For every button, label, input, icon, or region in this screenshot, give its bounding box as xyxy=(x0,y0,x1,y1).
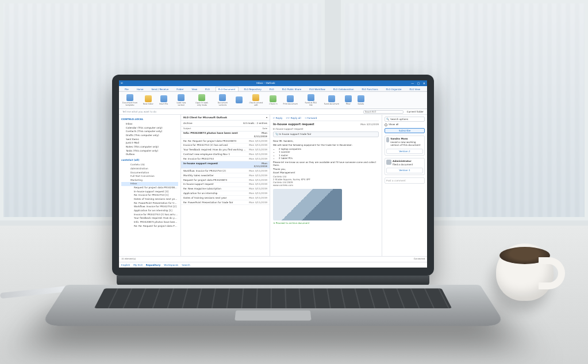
ribbon-tab[interactable]: ELO xyxy=(203,87,212,91)
mailbox-root[interactable]: CONTELO.LOCAL xyxy=(121,118,178,121)
ribbon-tab[interactable]: File xyxy=(122,87,131,91)
elo-file[interactable]: Re: Re: Request for project data PR34208… xyxy=(121,224,178,228)
tell-me[interactable]: Tell me what you want to do xyxy=(122,110,156,113)
bottom-tab[interactable]: Search xyxy=(182,264,190,266)
ribbon-command[interactable]: Load new version xyxy=(174,94,189,107)
avatar xyxy=(386,137,389,142)
nav-folder[interactable]: Inbox xyxy=(121,122,178,126)
elo-file[interactable]: Your feedback required: How do you find … xyxy=(121,216,178,220)
ribbon-tab[interactable]: Folder xyxy=(174,87,186,91)
elo-folder[interactable]: Administration xyxy=(121,166,178,171)
elo-folder[interactable]: Contelo Ltd. xyxy=(121,163,178,167)
mail-row[interactable]: Dates of training sessions next yearMon … xyxy=(181,196,270,200)
bottom-tab[interactable]: Workspaces xyxy=(164,264,178,266)
elo-file[interactable]: Application for an internship [1] xyxy=(121,208,178,212)
elo-folder[interactable]: Marketing xyxy=(121,178,178,182)
ribbon-tab[interactable]: ELO Collaboration xyxy=(331,87,356,91)
mail-row[interactable]: Contract new employee starting Nov 1Mon … xyxy=(181,152,270,157)
nav-folder[interactable]: Notes (This computer only) xyxy=(121,145,178,149)
ribbon-command[interactable]: Filter xyxy=(345,95,352,105)
ribbon-tab[interactable]: ELO Organize xyxy=(384,87,404,91)
mail-row[interactable]: Invoice for PR342753 (2) has arrivedMon … xyxy=(181,144,270,148)
ribbon-tab[interactable]: View xyxy=(190,87,200,91)
ribbon-command[interactable]: Open in read-only mode xyxy=(194,94,209,107)
ribbon-command[interactable]: Document versions xyxy=(215,94,230,107)
column-headers[interactable]: Subject Date xyxy=(181,127,270,131)
elo-file[interactable]: Invoice for PR342753 (2) has arrived [1] xyxy=(121,212,178,216)
version-badge[interactable]: Version 2 xyxy=(386,149,423,154)
attachment-chip[interactable]: 📎 In-house support trade fair xyxy=(273,131,379,137)
archive-link[interactable]: ➔ Proceed to archive document xyxy=(273,222,379,224)
forward-button[interactable]: → Forward xyxy=(305,117,317,119)
mail-row[interactable]: Re: New magazine subscriptionMon 3/11/20… xyxy=(181,187,270,192)
elo-folder[interactable]: Full Text Conversion xyxy=(121,175,178,179)
ribbon-command[interactable]: Check out and edit xyxy=(248,94,263,107)
mail-row[interactable]: Re: PowerPoint Presentation for trade fa… xyxy=(181,200,270,205)
ribbon-tab[interactable]: ELO Functions xyxy=(359,87,380,91)
elo-root[interactable]: contelo2 (all) xyxy=(121,158,178,161)
col-subject[interactable]: Subject xyxy=(183,127,248,130)
show-all-checkbox[interactable]: Show all xyxy=(385,123,425,126)
version-badge[interactable]: Version 1 xyxy=(386,168,423,173)
mail-row[interactable]: Your feedback required: How do you find … xyxy=(181,148,270,153)
ribbon-command[interactable]: Document from template xyxy=(122,94,137,107)
ribbon-tab[interactable]: ELO Repository xyxy=(242,87,264,91)
mail-row[interactable]: Workflow: Invoice for PR342753 (2)Mon 3/… xyxy=(181,169,270,173)
elo-file[interactable]: Re: PowerPoint Presentation for trade fa… xyxy=(121,201,178,205)
nav-folder[interactable]: Contacts (This computer only) xyxy=(121,130,178,134)
elo-file[interactable]: Request for project data PR3420873 [1] xyxy=(121,186,178,190)
elo-file[interactable]: Workflow: Invoice for PR342753 [2] xyxy=(121,205,178,209)
search-input[interactable] xyxy=(363,110,403,114)
col-date[interactable]: Date xyxy=(248,127,267,130)
reply-button[interactable]: ↩ Reply xyxy=(273,117,282,119)
mail-row[interactable]: Request for project data PR3420873Mon 3/… xyxy=(181,178,270,183)
ribbon-command[interactable]: Print document xyxy=(283,95,298,105)
mail-row[interactable]: In-house support requestMon 3/11/2019 xyxy=(181,161,270,169)
nav-folder[interactable]: Tasks (This computer only) xyxy=(121,149,178,153)
search-scope[interactable]: Current folder xyxy=(407,110,424,113)
ribbon-tab[interactable]: ELO View xyxy=(408,87,423,91)
ribbon-tab[interactable]: Send / Receive xyxy=(149,87,171,91)
elo-file[interactable]: Info: PR3420873 photos have been sent [2… xyxy=(121,220,178,224)
nav-folder[interactable]: Drafts (This computer only) xyxy=(121,133,178,137)
nav-folder[interactable]: Junk E-Mail xyxy=(121,141,178,145)
elo-folder[interactable]: Inbox xyxy=(121,182,178,186)
close-button[interactable]: ✕ xyxy=(423,82,425,85)
maximize-button[interactable]: ▢ xyxy=(417,82,420,85)
nav-folder[interactable]: Outbox xyxy=(121,153,178,157)
elo-file[interactable]: Re: Invoice for PR342753 [1] xyxy=(121,193,178,198)
ribbon-command[interactable] xyxy=(236,96,243,104)
nav-folder[interactable]: Sent Items xyxy=(121,137,178,141)
mail-row[interactable]: Application for an internshipMon 3/11/20… xyxy=(181,191,270,196)
minimize-button[interactable]: — xyxy=(411,82,414,85)
elo-file[interactable]: In-house support request [3] xyxy=(121,189,178,193)
ribbon-tab[interactable]: ELO Public Share xyxy=(280,87,304,91)
ribbon-command[interactable]: Check in xyxy=(269,95,277,105)
ribbon-command[interactable]: Delete xyxy=(358,95,364,105)
comment-box[interactable]: Post a comment xyxy=(385,177,425,184)
ribbon-command[interactable]: New folder xyxy=(143,95,153,105)
ribbon-tab[interactable]: ELO Workflow xyxy=(307,87,327,91)
bottom-tab[interactable]: Repository xyxy=(146,264,161,266)
ribbon-tab[interactable]: ELO Document xyxy=(216,87,239,91)
ribbon-tab[interactable]: Home xyxy=(134,87,146,91)
elo-folder[interactable]: Documentation xyxy=(121,171,178,175)
mail-row[interactable]: In-house support requestMon 3/11/2019 xyxy=(181,183,270,187)
ribbon-command[interactable]: Insert file xyxy=(159,95,168,105)
mail-row[interactable]: Re: Re: Request for project data PR34208… xyxy=(181,139,270,144)
keyboard xyxy=(94,288,452,308)
bottom-tab[interactable]: My ELO xyxy=(133,264,143,266)
elo-file[interactable]: Dates of training sessions next year [1] xyxy=(121,197,178,201)
mail-row[interactable]: Monthly Sales newsletterMon 3/11/2019 xyxy=(181,173,270,178)
ribbon-tab[interactable]: ELO xyxy=(267,87,276,91)
mail-row[interactable]: Re: Invoice for PR342753Mon 3/11/2019 xyxy=(181,157,270,161)
reply-all-button[interactable]: ↩↩ Reply all xyxy=(286,117,301,119)
side-search[interactable]: 🔍 Search options xyxy=(385,117,425,122)
mail-row[interactable]: Info: PR3420873 photos have been sentMon… xyxy=(181,131,270,139)
bottom-tab[interactable]: English xyxy=(121,264,130,266)
ribbon-command[interactable]: Send as ELO link xyxy=(303,94,318,107)
arrow-down-icon[interactable]: ▾ xyxy=(266,116,267,119)
subscribe-button[interactable]: Subscribe xyxy=(385,128,425,133)
ribbon-command[interactable]: Send document xyxy=(324,95,339,105)
nav-folder[interactable]: Calendar (This computer only) xyxy=(121,126,178,130)
